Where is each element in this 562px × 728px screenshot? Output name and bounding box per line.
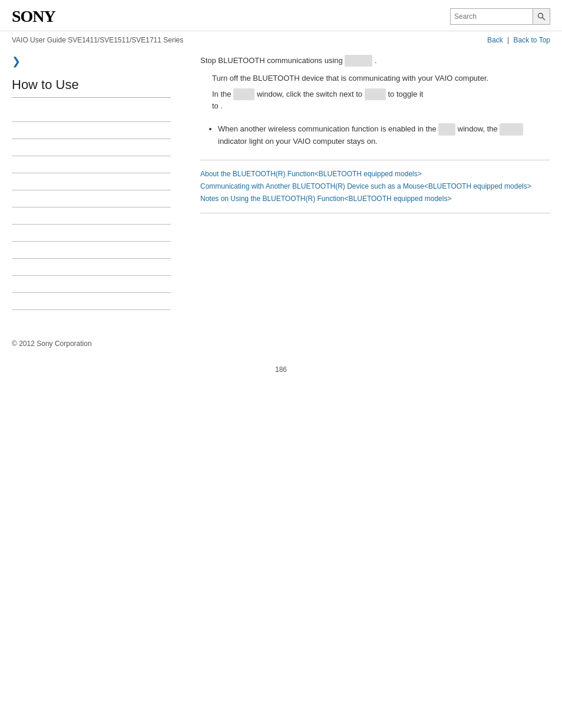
list-item[interactable] bbox=[12, 207, 171, 225]
bullet-section: When another wireless communication func… bbox=[200, 123, 550, 148]
step1-sub2-prefix: In the bbox=[212, 90, 232, 98]
step1-prefix: Stop BLUETOOTH communications using bbox=[200, 56, 343, 65]
placeholder5 bbox=[500, 123, 523, 136]
sidebar-link[interactable] bbox=[12, 246, 171, 254]
list-item[interactable] bbox=[12, 259, 171, 276]
step1-sub1-text: Turn off the BLUETOOTH device that is co… bbox=[212, 74, 488, 83]
step1-mid: . bbox=[375, 56, 377, 65]
list-item[interactable] bbox=[12, 242, 171, 259]
step1-placeholder1 bbox=[345, 55, 372, 67]
sidebar-link[interactable] bbox=[12, 280, 171, 288]
step1-placeholder3 bbox=[365, 88, 386, 100]
list-item[interactable] bbox=[12, 122, 171, 139]
content: Stop BLUETOOTH communications using . Tu… bbox=[183, 55, 550, 310]
sidebar-link[interactable] bbox=[12, 109, 171, 117]
list-item[interactable] bbox=[12, 190, 171, 207]
sidebar-link[interactable] bbox=[12, 263, 171, 271]
page-number: 186 bbox=[0, 354, 562, 380]
bullet-list: When another wireless communication func… bbox=[206, 123, 550, 148]
nav-links: Back | Back to Top bbox=[487, 36, 550, 44]
step1-sub1: Turn off the BLUETOOTH device that is co… bbox=[200, 73, 550, 84]
step1-section: Stop BLUETOOTH communications using . Tu… bbox=[200, 55, 550, 111]
sidebar-link[interactable] bbox=[12, 143, 171, 151]
step1-sub2-mid: window, click the switch next to bbox=[257, 90, 362, 98]
related-link-2[interactable]: Communicating with Another BLUETOOTH(R) … bbox=[200, 181, 550, 192]
svg-point-0 bbox=[538, 14, 543, 18]
list-item[interactable] bbox=[12, 173, 171, 190]
svg-line-1 bbox=[543, 18, 546, 21]
sidebar: ❯ How to Use bbox=[12, 55, 183, 310]
step1-sub2: In the window, click the switch next to … bbox=[200, 88, 550, 111]
sidebar-link[interactable] bbox=[12, 177, 171, 186]
placeholder4 bbox=[438, 123, 455, 136]
search-box-wrapper bbox=[450, 8, 550, 25]
sony-logo: SONY bbox=[12, 7, 55, 26]
back-link[interactable]: Back bbox=[487, 36, 503, 44]
list-item[interactable] bbox=[12, 139, 171, 156]
list-item[interactable] bbox=[12, 156, 171, 173]
footer: © 2012 Sony Corporation bbox=[0, 322, 562, 354]
search-button[interactable] bbox=[533, 8, 550, 25]
sidebar-links bbox=[12, 105, 171, 310]
related-link-1[interactable]: About the BLUETOOTH(R) Function<BLUETOOT… bbox=[200, 169, 550, 180]
step1-placeholder2 bbox=[233, 88, 254, 100]
step1-sub2-suffix: to toggle it bbox=[388, 90, 423, 98]
guide-title: VAIO User Guide SVE1411/SVE1511/SVE1711 … bbox=[12, 36, 183, 44]
bullet-item: When another wireless communication func… bbox=[218, 123, 550, 148]
search-icon bbox=[537, 12, 546, 21]
header: SONY bbox=[0, 0, 562, 31]
section-divider bbox=[200, 160, 550, 160]
sidebar-link[interactable] bbox=[12, 195, 171, 203]
how-to-use-title: How to Use bbox=[12, 77, 171, 98]
sidebar-link[interactable] bbox=[12, 212, 171, 220]
nav-separator: | bbox=[507, 36, 509, 44]
sub-header: VAIO User Guide SVE1411/SVE1511/SVE1711 … bbox=[0, 31, 562, 49]
back-to-top-link[interactable]: Back to Top bbox=[514, 36, 550, 44]
sidebar-link[interactable] bbox=[12, 229, 171, 237]
chevron-icon: ❯ bbox=[12, 55, 171, 68]
copyright: © 2012 Sony Corporation bbox=[12, 340, 92, 348]
list-item[interactable] bbox=[12, 105, 171, 122]
sidebar-link[interactable] bbox=[12, 160, 171, 169]
main-container: ❯ How to Use Stop BLUETOOTH communicatio… bbox=[0, 49, 562, 322]
sidebar-link[interactable] bbox=[12, 126, 171, 134]
sidebar-link[interactable] bbox=[12, 297, 171, 305]
related-links: About the BLUETOOTH(R) Function<BLUETOOT… bbox=[200, 169, 550, 205]
step1-text: Stop BLUETOOTH communications using . bbox=[200, 55, 550, 67]
related-link-3[interactable]: Notes on Using the BLUETOOTH(R) Function… bbox=[200, 193, 550, 205]
list-item[interactable] bbox=[12, 225, 171, 242]
search-input[interactable] bbox=[450, 8, 533, 25]
step1-sub2-cont: to . bbox=[212, 101, 223, 110]
list-item[interactable] bbox=[12, 293, 171, 310]
list-item[interactable] bbox=[12, 276, 171, 293]
section-divider-2 bbox=[200, 213, 550, 213]
